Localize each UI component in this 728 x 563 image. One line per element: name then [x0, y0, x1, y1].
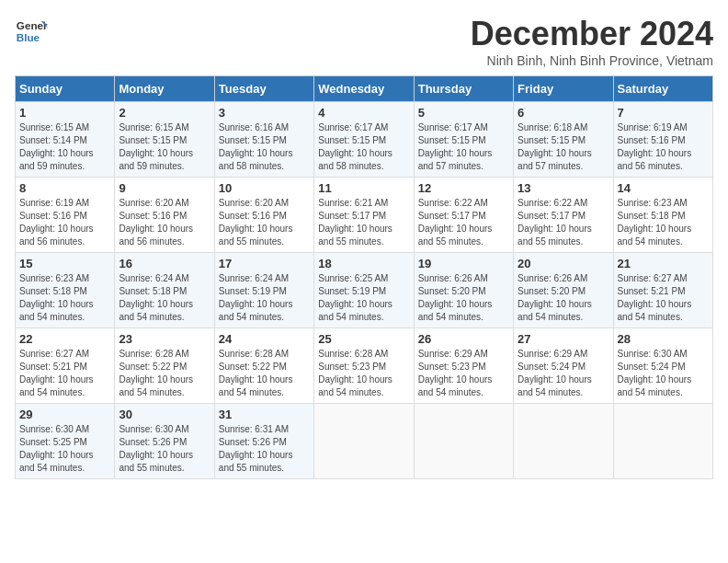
calendar-cell: 8Sunrise: 6:19 AMSunset: 5:16 PMDaylight…: [16, 178, 115, 253]
svg-text:Blue: Blue: [17, 31, 40, 43]
day-info: Sunrise: 6:22 AMSunset: 5:17 PMDaylight:…: [518, 197, 609, 248]
day-number: 20: [518, 257, 609, 270]
calendar-cell: 3Sunrise: 6:16 AMSunset: 5:15 PMDaylight…: [214, 102, 313, 178]
day-number: 21: [618, 257, 709, 270]
calendar-cell: 22Sunrise: 6:27 AMSunset: 5:21 PMDayligh…: [16, 328, 115, 404]
day-info: Sunrise: 6:30 AMSunset: 5:25 PMDaylight:…: [19, 423, 110, 475]
day-number: 5: [418, 106, 509, 120]
header: General Blue December 2024 Ninh Binh, Ni…: [15, 15, 713, 68]
calendar-cell: 26Sunrise: 6:29 AMSunset: 5:23 PMDayligh…: [414, 328, 513, 404]
day-info: Sunrise: 6:30 AMSunset: 5:24 PMDaylight:…: [618, 348, 709, 399]
calendar-cell: 25Sunrise: 6:28 AMSunset: 5:23 PMDayligh…: [314, 328, 414, 404]
logo-icon: General Blue: [15, 15, 48, 48]
calendar-cell: 19Sunrise: 6:26 AMSunset: 5:20 PMDayligh…: [414, 253, 513, 328]
day-header-wednesday: Wednesday: [314, 76, 414, 102]
day-info: Sunrise: 6:16 AMSunset: 5:15 PMDaylight:…: [219, 121, 310, 173]
day-info: Sunrise: 6:27 AMSunset: 5:21 PMDaylight:…: [19, 348, 110, 399]
day-number: 22: [19, 332, 110, 346]
calendar-cell: 31Sunrise: 6:31 AMSunset: 5:26 PMDayligh…: [214, 404, 313, 479]
day-info: Sunrise: 6:15 AMSunset: 5:15 PMDaylight:…: [119, 121, 210, 173]
day-info: Sunrise: 6:29 AMSunset: 5:23 PMDaylight:…: [418, 348, 509, 399]
calendar-cell: 28Sunrise: 6:30 AMSunset: 5:24 PMDayligh…: [613, 328, 712, 404]
day-number: 15: [19, 257, 110, 270]
day-number: 2: [119, 106, 210, 120]
day-number: 30: [119, 408, 210, 421]
day-info: Sunrise: 6:26 AMSunset: 5:20 PMDaylight:…: [418, 272, 509, 324]
location-subtitle: Ninh Binh, Ninh Binh Province, Vietnam: [471, 53, 713, 68]
day-number: 29: [19, 408, 110, 421]
logo: General Blue: [15, 15, 48, 48]
day-info: Sunrise: 6:17 AMSunset: 5:15 PMDaylight:…: [318, 121, 409, 173]
day-number: 18: [318, 257, 409, 270]
day-info: Sunrise: 6:30 AMSunset: 5:26 PMDaylight:…: [119, 423, 210, 475]
calendar-cell: 18Sunrise: 6:25 AMSunset: 5:19 PMDayligh…: [314, 253, 414, 328]
calendar-cell: 20Sunrise: 6:26 AMSunset: 5:20 PMDayligh…: [514, 253, 613, 328]
day-info: Sunrise: 6:29 AMSunset: 5:24 PMDaylight:…: [518, 348, 609, 399]
day-info: Sunrise: 6:15 AMSunset: 5:14 PMDaylight:…: [19, 121, 110, 173]
calendar-cell: 29Sunrise: 6:30 AMSunset: 5:25 PMDayligh…: [16, 404, 115, 479]
day-number: 9: [119, 181, 210, 195]
day-number: 16: [119, 257, 210, 270]
calendar-cell: 21Sunrise: 6:27 AMSunset: 5:21 PMDayligh…: [613, 253, 712, 328]
calendar-cell: [613, 404, 712, 479]
calendar-cell: 10Sunrise: 6:20 AMSunset: 5:16 PMDayligh…: [214, 178, 313, 253]
day-number: 12: [418, 181, 509, 195]
day-info: Sunrise: 6:28 AMSunset: 5:22 PMDaylight:…: [219, 348, 310, 399]
day-number: 11: [318, 181, 409, 195]
day-number: 25: [318, 332, 409, 346]
calendar-cell: [414, 404, 513, 479]
calendar-cell: 14Sunrise: 6:23 AMSunset: 5:18 PMDayligh…: [613, 178, 712, 253]
calendar-cell: 27Sunrise: 6:29 AMSunset: 5:24 PMDayligh…: [514, 328, 613, 404]
day-info: Sunrise: 6:17 AMSunset: 5:15 PMDaylight:…: [418, 121, 509, 173]
day-header-thursday: Thursday: [414, 76, 513, 102]
day-number: 10: [219, 181, 310, 195]
day-number: 23: [119, 332, 210, 346]
calendar-cell: 30Sunrise: 6:30 AMSunset: 5:26 PMDayligh…: [115, 404, 214, 479]
calendar-cell: 6Sunrise: 6:18 AMSunset: 5:15 PMDaylight…: [514, 102, 613, 178]
day-number: 26: [418, 332, 509, 346]
calendar-cell: 1Sunrise: 6:15 AMSunset: 5:14 PMDaylight…: [16, 102, 115, 178]
calendar-cell: 12Sunrise: 6:22 AMSunset: 5:17 PMDayligh…: [414, 178, 513, 253]
day-number: 28: [618, 332, 709, 346]
calendar-cell: 17Sunrise: 6:24 AMSunset: 5:19 PMDayligh…: [214, 253, 313, 328]
day-header-friday: Friday: [514, 76, 613, 102]
calendar-cell: [514, 404, 613, 479]
day-info: Sunrise: 6:27 AMSunset: 5:21 PMDaylight:…: [618, 272, 709, 324]
day-info: Sunrise: 6:25 AMSunset: 5:19 PMDaylight:…: [318, 272, 409, 324]
calendar-cell: 5Sunrise: 6:17 AMSunset: 5:15 PMDaylight…: [414, 102, 513, 178]
title-block: December 2024 Ninh Binh, Ninh Binh Provi…: [471, 15, 713, 68]
day-number: 7: [618, 106, 709, 120]
day-header-sunday: Sunday: [16, 76, 115, 102]
day-number: 17: [219, 257, 310, 270]
calendar-cell: 16Sunrise: 6:24 AMSunset: 5:18 PMDayligh…: [115, 253, 214, 328]
calendar-cell: 9Sunrise: 6:20 AMSunset: 5:16 PMDaylight…: [115, 178, 214, 253]
calendar-cell: 24Sunrise: 6:28 AMSunset: 5:22 PMDayligh…: [214, 328, 313, 404]
day-number: 1: [19, 106, 110, 120]
day-number: 19: [418, 257, 509, 270]
day-info: Sunrise: 6:24 AMSunset: 5:19 PMDaylight:…: [219, 272, 310, 324]
calendar-cell: 2Sunrise: 6:15 AMSunset: 5:15 PMDaylight…: [115, 102, 214, 178]
month-title: December 2024: [471, 15, 713, 53]
day-info: Sunrise: 6:28 AMSunset: 5:23 PMDaylight:…: [318, 348, 409, 399]
calendar-cell: 15Sunrise: 6:23 AMSunset: 5:18 PMDayligh…: [16, 253, 115, 328]
day-info: Sunrise: 6:21 AMSunset: 5:17 PMDaylight:…: [318, 197, 409, 248]
calendar-cell: 4Sunrise: 6:17 AMSunset: 5:15 PMDaylight…: [314, 102, 414, 178]
day-header-saturday: Saturday: [613, 76, 712, 102]
day-info: Sunrise: 6:22 AMSunset: 5:17 PMDaylight:…: [418, 197, 509, 248]
calendar-cell: 11Sunrise: 6:21 AMSunset: 5:17 PMDayligh…: [314, 178, 414, 253]
day-info: Sunrise: 6:31 AMSunset: 5:26 PMDaylight:…: [219, 423, 310, 475]
day-info: Sunrise: 6:20 AMSunset: 5:16 PMDaylight:…: [219, 197, 310, 248]
day-info: Sunrise: 6:24 AMSunset: 5:18 PMDaylight:…: [119, 272, 210, 324]
day-number: 3: [219, 106, 310, 120]
day-number: 6: [518, 106, 609, 120]
day-info: Sunrise: 6:19 AMSunset: 5:16 PMDaylight:…: [618, 121, 709, 173]
day-info: Sunrise: 6:18 AMSunset: 5:15 PMDaylight:…: [518, 121, 609, 173]
calendar-cell: 23Sunrise: 6:28 AMSunset: 5:22 PMDayligh…: [115, 328, 214, 404]
day-header-monday: Monday: [115, 76, 214, 102]
day-number: 8: [19, 181, 110, 195]
day-info: Sunrise: 6:28 AMSunset: 5:22 PMDaylight:…: [119, 348, 210, 399]
day-info: Sunrise: 6:19 AMSunset: 5:16 PMDaylight:…: [19, 197, 110, 248]
day-info: Sunrise: 6:23 AMSunset: 5:18 PMDaylight:…: [19, 272, 110, 324]
calendar-cell: 13Sunrise: 6:22 AMSunset: 5:17 PMDayligh…: [514, 178, 613, 253]
day-number: 31: [219, 408, 310, 421]
